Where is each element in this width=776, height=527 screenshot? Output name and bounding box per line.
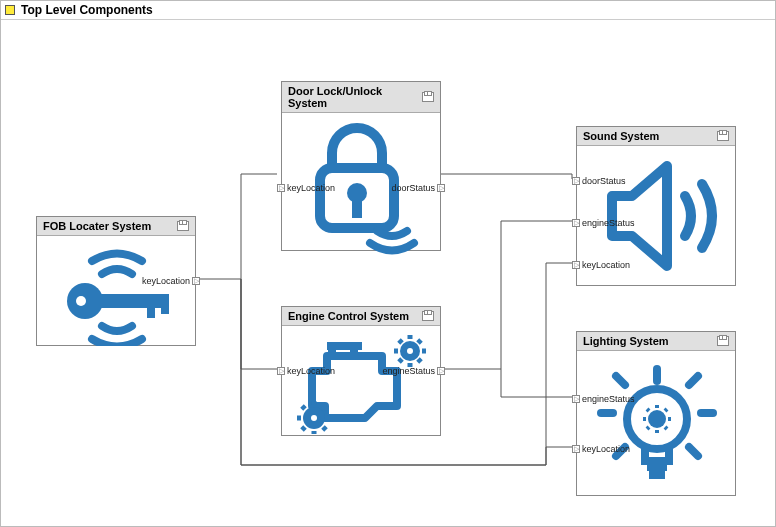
port-in-keylocation[interactable]: ▷ keyLocation — [277, 366, 335, 376]
port-marker-icon: ▷ — [277, 367, 285, 375]
svg-point-8 — [400, 341, 420, 361]
panel-title: Top Level Components — [21, 3, 153, 17]
component-title: Sound System — [583, 130, 659, 142]
port-out-enginestatus[interactable]: engineStatus ▷ — [382, 366, 445, 376]
svg-point-10 — [407, 348, 413, 354]
component-door-lock[interactable]: Door Lock/Unlock System — [281, 81, 441, 251]
port-label: keyLocation — [582, 444, 630, 454]
component-title: FOB Locater System — [43, 220, 151, 232]
panel-square-icon — [5, 5, 15, 15]
svg-point-4 — [76, 296, 86, 306]
component-type-icon — [177, 221, 189, 231]
port-marker-icon: ▷ — [192, 277, 200, 285]
port-in-doorstatus[interactable]: ▷ doorStatus — [572, 176, 626, 186]
component-type-icon — [717, 131, 729, 141]
engine-gear-icon — [282, 326, 442, 436]
svg-point-12 — [627, 389, 687, 449]
component-title: Door Lock/Unlock System — [288, 85, 422, 109]
svg-point-0 — [67, 283, 103, 319]
diagram-canvas: FOB Locater System — [1, 21, 775, 526]
svg-point-13 — [648, 410, 666, 428]
component-engine-control[interactable]: Engine Control System — [281, 306, 441, 436]
lightbulb-icon — [577, 351, 737, 496]
port-label: doorStatus — [391, 183, 435, 193]
port-label: engineStatus — [582, 394, 635, 404]
component-fob-locater[interactable]: FOB Locater System — [36, 216, 196, 346]
port-in-keylocation[interactable]: ▷ keyLocation — [572, 444, 630, 454]
svg-rect-2 — [147, 294, 155, 318]
port-label: keyLocation — [142, 276, 190, 286]
component-header: Door Lock/Unlock System — [282, 82, 440, 113]
svg-rect-1 — [97, 294, 167, 308]
port-out-doorstatus[interactable]: doorStatus ▷ — [391, 183, 445, 193]
panel-top-level-components: Top Level Components — [0, 0, 776, 527]
svg-rect-5 — [320, 168, 394, 228]
key-signal-icon — [37, 236, 197, 346]
port-label: doorStatus — [582, 176, 626, 186]
port-label: engineStatus — [582, 218, 635, 228]
svg-point-6 — [347, 183, 367, 203]
port-label: keyLocation — [582, 260, 630, 270]
port-marker-icon: ▷ — [437, 184, 445, 192]
port-in-enginestatus[interactable]: ▷ engineStatus — [572, 218, 635, 228]
port-label: engineStatus — [382, 366, 435, 376]
port-label: keyLocation — [287, 183, 335, 193]
component-type-icon — [717, 336, 729, 346]
svg-point-9 — [303, 407, 325, 429]
port-marker-icon: ▷ — [572, 177, 580, 185]
svg-point-11 — [311, 415, 317, 421]
component-header: Engine Control System — [282, 307, 440, 326]
component-header: Lighting System — [577, 332, 735, 351]
component-type-icon — [422, 92, 434, 102]
port-marker-icon: ▷ — [277, 184, 285, 192]
panel-header: Top Level Components — [1, 1, 775, 20]
port-marker-icon: ▷ — [572, 395, 580, 403]
port-out-keylocation[interactable]: keyLocation ▷ — [142, 276, 200, 286]
component-sound-system[interactable]: Sound System ▷ doorStatus — [576, 126, 736, 286]
port-marker-icon: ▷ — [572, 261, 580, 269]
component-title: Lighting System — [583, 335, 669, 347]
port-marker-icon: ▷ — [572, 219, 580, 227]
port-in-keylocation[interactable]: ▷ keyLocation — [277, 183, 335, 193]
port-marker-icon: ▷ — [437, 367, 445, 375]
port-in-keylocation[interactable]: ▷ keyLocation — [572, 260, 630, 270]
component-lighting-system[interactable]: Lighting System — [576, 331, 736, 496]
port-marker-icon: ▷ — [572, 445, 580, 453]
port-in-enginestatus[interactable]: ▷ engineStatus — [572, 394, 635, 404]
component-header: FOB Locater System — [37, 217, 195, 236]
component-type-icon — [422, 311, 434, 321]
svg-rect-7 — [352, 198, 362, 218]
component-title: Engine Control System — [288, 310, 409, 322]
port-label: keyLocation — [287, 366, 335, 376]
component-header: Sound System — [577, 127, 735, 146]
svg-rect-3 — [161, 294, 169, 314]
